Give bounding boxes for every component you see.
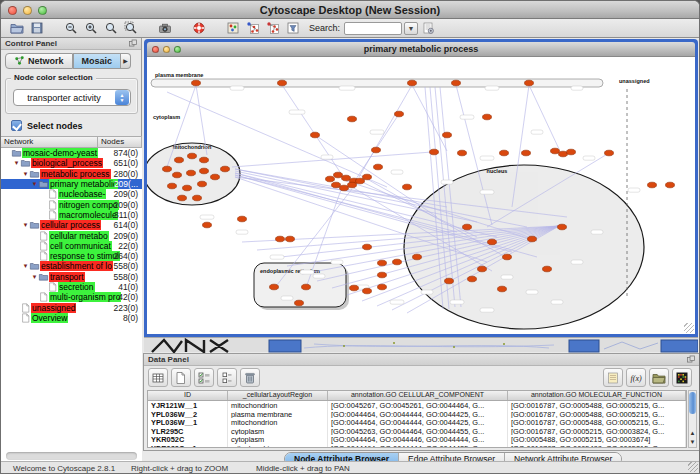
graph-node[interactable] (528, 236, 537, 242)
tree-item-label[interactable]: cell communicat (49, 241, 112, 251)
tree-row[interactable]: nucleobase-209(0) (1, 189, 142, 199)
expand-arrow-icon[interactable]: ▾ (22, 221, 29, 229)
tree-row[interactable]: ▾establishment of lo558(0) (1, 261, 142, 271)
graph-node[interactable] (221, 166, 230, 172)
tree-row[interactable]: ▾transport558(0) (1, 272, 142, 282)
float-panel-icon[interactable] (128, 39, 138, 48)
graph-node[interactable] (558, 224, 567, 230)
table-row[interactable]: YPL036W__2plasma membrane[GO:0044464, GO… (148, 410, 686, 419)
column-header[interactable]: _cellularLayoutRegion (228, 391, 328, 400)
window-resize-grip[interactable] (688, 462, 698, 472)
tree-item-label[interactable]: nucleobase- (58, 189, 106, 199)
table-cell[interactable]: [GO:0016787, GO:0005488, GO:0005215, G..… (508, 401, 686, 410)
network-tree[interactable]: mosaic-demo-yeast874(0)▾biological_proce… (1, 148, 142, 461)
tree-row[interactable]: cellular metabo209(0) (1, 230, 142, 240)
tree-header[interactable]: Network Nodes (1, 136, 142, 148)
table-cell[interactable]: cytoplasm (228, 435, 328, 444)
graph-node[interactable] (311, 132, 320, 138)
graph-node[interactable] (378, 284, 387, 290)
tree-row[interactable]: macromolecule311(0) (1, 210, 142, 220)
graph-node[interactable] (468, 276, 477, 282)
table-cell[interactable]: [GO:0016787, GO:0005488, GO:0005215, G..… (508, 418, 686, 427)
graph-node[interactable] (187, 170, 196, 176)
network-view-window[interactable]: primary metabolic process plasma membran… (144, 39, 698, 337)
attribute-list-icon[interactable] (217, 368, 237, 387)
graph-node[interactable] (551, 148, 560, 154)
graph-node[interactable] (430, 149, 439, 155)
graph-node[interactable] (393, 259, 402, 265)
scroll-down-icon[interactable]: ▼ (689, 439, 696, 447)
graph-node[interactable] (567, 149, 576, 155)
select-nodes-row[interactable]: Select nodes (11, 120, 83, 131)
search-config-icon[interactable] (418, 20, 438, 37)
table-cell[interactable]: mitochondrion (228, 401, 328, 410)
layout-one-icon[interactable] (243, 20, 263, 37)
graph-node[interactable] (648, 182, 657, 188)
table-icon[interactable] (148, 368, 168, 387)
graph-node[interactable] (605, 150, 614, 156)
select-nodes-checkbox[interactable] (11, 120, 22, 131)
table-cell[interactable]: [GO:0045267, GO:0045261, GO:0044464, G..… (328, 401, 508, 410)
import-icon[interactable] (649, 368, 669, 387)
tree-item-label[interactable]: transport (49, 272, 85, 282)
node-color-select[interactable]: transporter activity ▲▼ (13, 89, 131, 106)
graph-node[interactable] (163, 166, 172, 172)
graph-node[interactable] (178, 195, 187, 201)
float-panel-icon[interactable] (686, 355, 696, 364)
zoom-selected-icon[interactable] (121, 20, 141, 37)
graph-node[interactable] (543, 266, 552, 272)
scrollbar-thumb[interactable] (689, 392, 696, 414)
graph-node[interactable] (168, 183, 177, 189)
graph-node[interactable] (286, 236, 295, 242)
graph-node[interactable] (175, 157, 184, 163)
layout-two-icon[interactable] (263, 20, 283, 37)
table-cell[interactable]: YLR295C (148, 427, 228, 436)
save-icon[interactable] (27, 20, 47, 37)
graph-node[interactable] (559, 151, 568, 157)
edge[interactable] (282, 85, 342, 175)
table-cell[interactable]: plasma membrane (228, 410, 328, 419)
tree-row[interactable]: response to stimul264(0) (1, 251, 142, 261)
graph-node[interactable] (372, 147, 381, 153)
column-header[interactable]: annotation.GO CELLULAR_COMPONENT (328, 391, 508, 400)
new-attribute-icon[interactable] (171, 368, 191, 387)
column-header[interactable]: ID (148, 391, 228, 400)
snapshot-icon[interactable] (155, 20, 175, 37)
graph-node[interactable] (378, 272, 387, 278)
tab-network[interactable]: Network (5, 53, 73, 69)
graph-node[interactable] (452, 80, 461, 86)
graph-node[interactable] (503, 254, 512, 260)
table-cell[interactable]: YJR121W__1 (148, 401, 228, 410)
title-bar[interactable]: Cytoscape Desktop (New Session) (1, 1, 699, 19)
graph-node[interactable] (340, 185, 349, 191)
table-scrollbar[interactable]: ▲ ▼ (688, 390, 697, 448)
tree-header-nodes[interactable]: Nodes (98, 136, 142, 148)
tree-header-network[interactable]: Network (1, 136, 98, 148)
graph-node[interactable] (302, 284, 311, 290)
tree-item-label[interactable]: secretion (58, 282, 95, 292)
table-cell[interactable]: [GO:0005488, GO:0005215, GO:0003674] (508, 435, 686, 444)
graph-node[interactable] (408, 80, 417, 86)
more-tabs-button[interactable]: ▶ (121, 53, 131, 69)
graph-node[interactable] (192, 80, 201, 86)
expand-arrow-icon[interactable]: ▾ (13, 159, 20, 167)
tab-mosaic[interactable]: Mosaic (73, 53, 122, 69)
table-cell[interactable]: YPL036W__1 (148, 418, 228, 427)
minimized-windows-strip[interactable] (144, 337, 698, 352)
graph-node[interactable] (326, 176, 335, 182)
graph-node[interactable] (500, 150, 509, 156)
graph-node[interactable] (413, 254, 422, 260)
tree-item-label[interactable]: biological_process (31, 158, 103, 168)
graph-node[interactable] (200, 168, 209, 174)
tree-row[interactable]: ▾metabolic process280(0) (1, 169, 142, 179)
graph-node[interactable] (295, 300, 304, 306)
graph-node[interactable] (403, 184, 412, 190)
table-row[interactable]: YJR121W__1mitochondrion[GO:0045267, GO:0… (148, 401, 686, 410)
graph-node[interactable] (488, 239, 497, 245)
search-dropdown-icon[interactable]: ▼ (404, 22, 418, 35)
graph-node[interactable] (193, 195, 202, 201)
tree-item-label[interactable]: establishment of lo (40, 261, 113, 271)
graph-node[interactable] (348, 182, 357, 188)
graph-node[interactable] (363, 288, 372, 294)
graph-node[interactable] (334, 172, 343, 178)
